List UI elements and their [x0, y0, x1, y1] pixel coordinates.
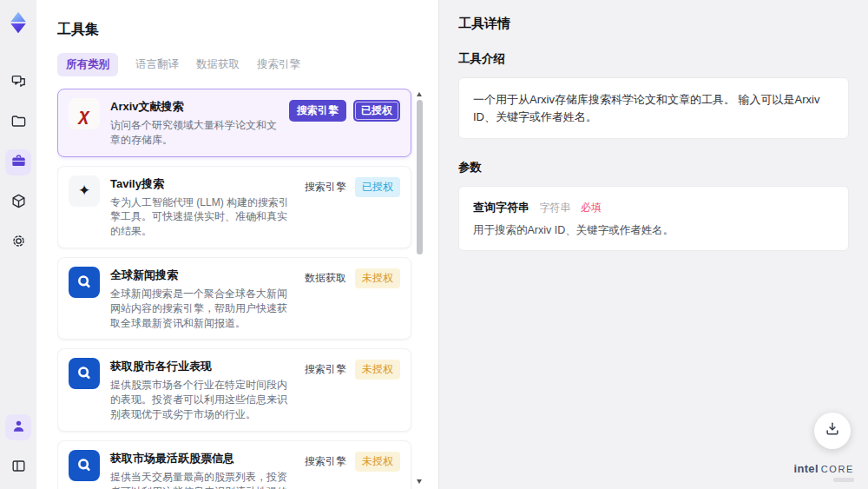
param-card: 查询字符串 字符串 必填 用于搜索的Arxiv ID、关键字或作者姓名。: [458, 186, 849, 251]
download-button[interactable]: [814, 413, 851, 449]
intel-core-logo: intelcore: [794, 460, 854, 482]
category-tag: 数据获取: [303, 268, 348, 288]
param-type: 字符串: [539, 202, 570, 214]
auth-badge: 未授权: [355, 268, 400, 288]
tool-name: 获取市场最活跃股票信息: [110, 451, 294, 466]
auth-badge: 未授权: [355, 360, 400, 380]
tool-name: Tavily搜索: [110, 176, 294, 192]
tools-panel: 工具集 所有类别语言翻译数据获取搜索引擎 χ Arxiv文献搜索 访问各个研究领…: [36, 0, 438, 489]
auth-badge: 未授权: [355, 452, 400, 472]
search-logo-icon: [69, 267, 100, 298]
tool-list-wrap: χ Arxiv文献搜索 访问各个研究领域大量科学论文和文章的存储库。 搜索引擎 …: [57, 89, 424, 489]
scroll-up-arrow-icon[interactable]: [417, 92, 422, 96]
tool-card[interactable]: 获取股市各行业表现 提供股票市场各个行业在特定时间段内的表现。投资者可以利用这些…: [57, 348, 411, 431]
folder-icon: [10, 113, 27, 133]
tool-description: 全球新闻搜索是一个聚合全球各大新闻网站内容的搜索引擎，帮助用户快速获取全球最新资…: [110, 287, 294, 330]
tool-description: 访问各个研究领域大量科学论文和文章的存储库。: [110, 118, 280, 148]
category-tab[interactable]: 数据获取: [196, 53, 240, 76]
briefcase-icon: [10, 153, 27, 173]
tool-name: Arxiv文献搜索: [110, 99, 280, 115]
app-window: 工具集 所有类别语言翻译数据获取搜索引擎 χ Arxiv文献搜索 访问各个研究领…: [0, 0, 868, 489]
user-icon: [10, 418, 27, 438]
intel-logo-sub-mark: [833, 478, 854, 482]
sidebar-item-account[interactable]: [5, 414, 31, 440]
detail-panel: 工具详情 工具介绍 一个用于从Arxiv存储库搜索科学论文和文章的工具。 输入可…: [438, 0, 868, 489]
tool-name: 获取股市各行业表现: [110, 359, 294, 374]
sidebar-item-settings[interactable]: [5, 229, 31, 255]
list-scrollbar[interactable]: [415, 92, 424, 484]
app-logo-icon: [6, 10, 30, 35]
intel-brand-text: intel: [794, 462, 819, 475]
tool-description: 提供当天交易量最高的股票列表，投资者可以利用这些信息来识别流动性强的股票和潜在的…: [110, 470, 294, 489]
arxiv-logo-icon: χ: [69, 98, 100, 129]
category-tab[interactable]: 搜索引擎: [257, 53, 300, 76]
tool-description: 专为人工智能代理 (LLM) 构建的搜索引擎工具。可快速提供实时、准确和真实的结…: [110, 195, 294, 239]
category-tag: 搜索引擎: [289, 100, 346, 122]
download-icon: [824, 420, 841, 441]
tool-name: 全球新闻搜索: [110, 268, 294, 283]
detail-title: 工具详情: [458, 16, 849, 32]
cube-icon: [10, 193, 27, 213]
scroll-down-arrow-icon[interactable]: [417, 479, 422, 484]
page-title: 工具集: [57, 21, 424, 39]
sidebar-item-chat[interactable]: [5, 69, 31, 96]
param-required-badge: 必填: [581, 202, 602, 214]
tavily-logo-icon: ✦: [69, 175, 100, 207]
intro-heading: 工具介绍: [458, 51, 849, 67]
category-tag: 搜索引擎: [303, 452, 348, 472]
chat-icon: [10, 73, 27, 93]
gear-icon: [10, 233, 27, 253]
sidebar-item-tools[interactable]: [5, 149, 31, 175]
category-tab[interactable]: 语言翻译: [135, 53, 179, 76]
param-head: 查询字符串 字符串 必填: [473, 199, 834, 215]
auth-badge: 已授权: [353, 100, 400, 122]
search-logo-icon: [69, 358, 100, 389]
tool-card[interactable]: 获取市场最活跃股票信息 提供当天交易量最高的股票列表，投资者可以利用这些信息来识…: [57, 440, 411, 489]
panel-toggle-icon: [10, 458, 27, 478]
params-heading: 参数: [458, 160, 849, 175]
category-tabs: 所有类别语言翻译数据获取搜索引擎: [57, 53, 424, 76]
tool-card[interactable]: 全球新闻搜索 全球新闻搜索是一个聚合全球各大新闻网站内容的搜索引擎，帮助用户快速…: [57, 257, 411, 340]
scrollbar-thumb[interactable]: [417, 100, 423, 254]
auth-badge: 已授权: [355, 177, 400, 197]
tool-list: χ Arxiv文献搜索 访问各个研究领域大量科学论文和文章的存储库。 搜索引擎 …: [57, 89, 411, 489]
core-brand-text: core: [821, 464, 854, 474]
category-tag: 搜索引擎: [303, 360, 348, 380]
category-tag: 搜索引擎: [303, 177, 348, 197]
param-name: 查询字符串: [473, 201, 529, 214]
sidebar-item-panel-toggle[interactable]: [5, 454, 31, 480]
tool-card[interactable]: χ Arxiv文献搜索 访问各个研究领域大量科学论文和文章的存储库。 搜索引擎 …: [57, 89, 411, 157]
tool-card[interactable]: ✦ Tavily搜索 专为人工智能代理 (LLM) 构建的搜索引擎工具。可快速提…: [57, 166, 411, 248]
tool-intro-text: 一个用于从Arxiv存储库搜索科学论文和文章的工具。 输入可以是Arxiv ID…: [458, 77, 849, 139]
search-logo-icon: [69, 450, 100, 481]
sidebar: [0, 0, 36, 489]
sidebar-item-files[interactable]: [5, 109, 31, 135]
param-description: 用于搜索的Arxiv ID、关键字或作者姓名。: [473, 223, 834, 238]
sidebar-item-packages[interactable]: [5, 189, 31, 215]
tool-description: 提供股票市场各个行业在特定时间段内的表现。投资者可以利用这些信息来识别表现优于或…: [110, 378, 294, 421]
category-tab[interactable]: 所有类别: [57, 53, 118, 76]
